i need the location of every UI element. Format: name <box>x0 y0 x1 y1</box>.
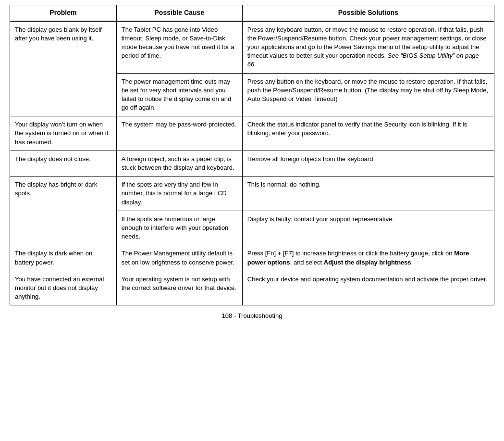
cause-cell: A foreign object, such as a paper clip, … <box>116 151 242 176</box>
problem-cell: The display has bright or dark spots. <box>10 176 117 245</box>
solution-cell: Press [Fn] + [F7] to increase brightness… <box>242 245 494 271</box>
cause-cell: The Tablet PC has gone into Video timeou… <box>116 21 242 73</box>
cause-cell: If the spots are very tiny and few in nu… <box>116 176 242 211</box>
table-header-row: Problem Possible Cause Possible Solution… <box>10 5 494 21</box>
solution-cell: Check your device and operating system d… <box>242 271 494 305</box>
page-footer: 108 - Troubleshooting <box>10 312 494 319</box>
problem-cell: The display goes blank by itself after y… <box>10 21 117 116</box>
cause-cell: The power management time-outs may be se… <box>116 73 242 116</box>
table-row: The display does not close.A foreign obj… <box>10 151 494 176</box>
problem-cell: You have connected an external monitor b… <box>10 271 117 305</box>
problem-cell: The display does not close. <box>10 151 117 176</box>
solution-cell: Remove all foreign objects from the keyb… <box>242 151 494 176</box>
table-row: The display has bright or dark spots.If … <box>10 176 494 211</box>
header-solutions: Possible Solutions <box>242 5 494 21</box>
solution-cell: Press any button on the keyboard, or mov… <box>242 73 494 116</box>
header-problem: Problem <box>10 5 117 21</box>
solution-cell: This is normal; do nothing. <box>242 176 494 211</box>
page-number: 108 <box>222 312 233 319</box>
page-wrapper: Problem Possible Cause Possible Solution… <box>0 0 504 329</box>
cause-cell: If the spots are numerous or large enoug… <box>116 211 242 245</box>
footer-label: - Troubleshooting <box>234 312 282 319</box>
table-row: Your display won’t turn on when the syst… <box>10 116 494 151</box>
cause-cell: Your operating system is not setup with … <box>116 271 242 305</box>
header-cause: Possible Cause <box>116 5 242 21</box>
troubleshooting-table: Problem Possible Cause Possible Solution… <box>10 5 494 305</box>
solution-cell: Press any keyboard button, or move the m… <box>242 21 494 73</box>
problem-cell: The display is dark when on battery powe… <box>10 245 117 271</box>
table-row: The display goes blank by itself after y… <box>10 21 494 73</box>
table-row: You have connected an external monitor b… <box>10 271 494 305</box>
table-row: The display is dark when on battery powe… <box>10 245 494 271</box>
cause-cell: The Power Management utility default is … <box>116 245 242 271</box>
problem-cell: Your display won’t turn on when the syst… <box>10 116 117 151</box>
solution-cell: Check the status indicator panel to veri… <box>242 116 494 151</box>
solution-cell: Display is faulty; contact your support … <box>242 211 494 245</box>
cause-cell: The system may be pass-word-protected. <box>116 116 242 151</box>
